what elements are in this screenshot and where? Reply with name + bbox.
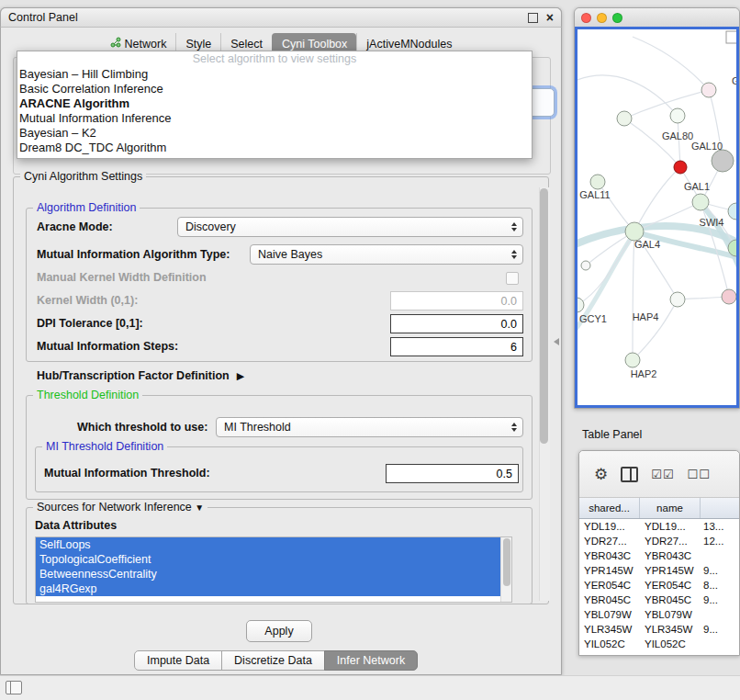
table-panel-window: ⚙ ☑☑ ☐☐ shared... name YDL19...YDL19...1… <box>578 450 740 656</box>
sources-title-text: Sources for Network Inference <box>37 501 192 514</box>
network-node[interactable] <box>722 289 736 304</box>
dropdown-item-mutual-information[interactable]: Mutual Information Inference <box>17 111 532 126</box>
tab-label: Cyni Toolbox <box>282 38 347 51</box>
network-node[interactable] <box>581 261 590 270</box>
network-node-large[interactable] <box>712 150 734 172</box>
network-node-gcy1[interactable] <box>577 298 584 312</box>
tab-impute-data[interactable]: Impute Data <box>134 650 222 671</box>
hub-section-label: Hub/Transcription Factor Definition <box>37 366 230 386</box>
cyni-settings-group-title: Cyni Algorithm Settings <box>20 170 146 183</box>
mi-steps-field[interactable] <box>390 337 523 356</box>
hub-section-toggle[interactable]: Hub/Transcription Factor Definition ▶ <box>37 366 244 386</box>
table-row[interactable]: YBL079WYBL079W <box>579 607 739 622</box>
float-panel-icon[interactable] <box>528 13 538 23</box>
birdseye-view-box[interactable] <box>726 31 738 43</box>
list-scrollbar[interactable] <box>500 537 511 602</box>
node-label-gal80: GAL80 <box>662 130 693 141</box>
column-header-shared-name[interactable]: shared... <box>579 498 640 518</box>
network-node-gal4[interactable] <box>625 222 644 241</box>
table-row[interactable]: YLR345WYLR345W9... <box>579 622 739 637</box>
network-node[interactable] <box>617 111 632 126</box>
node-label-gcy1: GCY1 <box>579 313 607 324</box>
network-graph[interactable]: GAL7 GAL80 GAL10 GAL11 GAL1 SWI4 GAL4 GC… <box>577 29 738 407</box>
tab-label: jActiveMNodules <box>366 38 452 51</box>
table-row[interactable]: YBR043CYBR043C <box>579 548 739 563</box>
dropdown-item-aracne[interactable]: ARACNE Algorithm <box>17 96 532 111</box>
mi-threshold-field[interactable] <box>386 464 519 483</box>
list-item-betweennesscentrality[interactable]: BetweennessCentrality <box>36 567 504 581</box>
network-node-gal80[interactable] <box>670 108 685 123</box>
which-threshold-select[interactable]: MI Threshold <box>216 417 523 437</box>
network-node-gal1[interactable] <box>692 194 709 210</box>
splitter-collapse-handle[interactable] <box>554 338 559 345</box>
network-node-hap2[interactable] <box>625 353 640 367</box>
column-header-extra[interactable] <box>701 498 739 518</box>
column-header-name[interactable]: name <box>640 498 701 518</box>
dropdown-placeholder: Select algorithm to view settings <box>17 51 532 67</box>
dropdown-item-bayesian-k2[interactable]: Bayesian – K2 <box>17 126 532 141</box>
zoom-window-button[interactable] <box>612 13 622 23</box>
table-row[interactable]: YBR045CYBR045C9... <box>579 593 739 607</box>
dpi-tolerance-field[interactable] <box>390 314 523 333</box>
table-row[interactable]: YDR27...YDR27...12... <box>579 534 739 548</box>
deselect-all-checkboxes-icon[interactable]: ☐☐ <box>688 467 711 482</box>
table-row[interactable]: YER054CYER054C8... <box>579 578 739 593</box>
table-row[interactable]: YPR145WYPR145W9... <box>579 563 739 578</box>
select-all-checkboxes-icon[interactable]: ☑☑ <box>651 467 674 482</box>
combo-arrows-icon <box>511 250 517 259</box>
network-node[interactable] <box>701 83 716 97</box>
table-row[interactable]: YDL19...YDL19...13... <box>579 519 739 534</box>
mi-algorithm-type-label: Mutual Information Algorithm Type: <box>37 244 230 265</box>
network-node-gal10-highlighted[interactable] <box>674 161 687 174</box>
mi-algorithm-type-value: Naive Bayes <box>258 248 322 261</box>
node-label-swi4: SWI4 <box>700 217 724 228</box>
sources-group-title[interactable]: Sources for Network Inference ▼ <box>33 501 207 514</box>
algorithm-dropdown-list: Select algorithm to view settings Bayesi… <box>17 51 533 159</box>
combo-arrows-icon <box>511 222 517 231</box>
dpi-tolerance-label: DPI Tolerance [0,1]: <box>37 313 143 333</box>
kernel-width-field[interactable] <box>390 291 523 310</box>
settings-gear-icon[interactable]: ⚙ <box>594 467 608 482</box>
bottom-status-strip <box>0 675 740 700</box>
mi-algorithm-type-select[interactable]: Naive Bayes <box>250 244 523 265</box>
table-row[interactable]: YIL052CYIL052C <box>579 637 739 651</box>
dropdown-item-bayesian-hill-climbing[interactable]: Bayesian – Hill Climbing <box>17 67 532 82</box>
table-header-row: shared... name <box>579 498 739 519</box>
settings-scrollbar-thumb[interactable] <box>540 188 548 444</box>
list-item-selfloops[interactable]: SelfLoops <box>36 537 504 552</box>
aracne-mode-select[interactable]: Discovery <box>177 217 523 237</box>
show-panel-icon[interactable] <box>6 681 22 694</box>
combo-arrows-icon <box>511 423 517 432</box>
apply-button[interactable]: Apply <box>246 620 312 642</box>
node-label-gal1: GAL1 <box>684 181 710 192</box>
node-label-gal10: GAL10 <box>691 141 723 152</box>
network-node-hap4[interactable] <box>670 292 685 307</box>
network-tab-icon <box>110 37 121 51</box>
table-toolbar: ⚙ ☑☑ ☐☐ <box>579 451 739 498</box>
control-panel-titlebar: Control Panel × <box>0 7 562 28</box>
tab-label: Network <box>125 38 167 51</box>
network-canvas[interactable]: GAL7 GAL80 GAL10 GAL11 GAL1 SWI4 GAL4 GC… <box>575 27 739 408</box>
node-label-gal4: GAL4 <box>634 239 660 250</box>
algorithm-definition-title: Algorithm Definition <box>33 201 140 214</box>
network-view-window: GAL7 GAL80 GAL10 GAL11 GAL1 SWI4 GAL4 GC… <box>574 7 740 409</box>
list-item-gal4rgexp[interactable]: gal4RGexp <box>36 581 504 596</box>
network-node-swi4[interactable] <box>728 203 738 220</box>
list-item-topologicalcoefficient[interactable]: TopologicalCoefficient <box>36 552 504 567</box>
column-selector-icon[interactable] <box>621 467 638 482</box>
dropdown-item-basic-correlation[interactable]: Basic Correlation Inference <box>17 82 532 96</box>
minimize-window-button[interactable] <box>597 13 607 23</box>
dropdown-item-dream8[interactable]: Dream8 DC_TDC Algorithm <box>17 141 532 155</box>
tab-infer-network[interactable]: Infer Network <box>324 650 418 671</box>
node-label-gal7: GAL7 <box>732 75 738 86</box>
close-panel-icon[interactable]: × <box>546 12 554 23</box>
node-label-gal11: GAL11 <box>579 189 610 200</box>
manual-kernel-checkbox[interactable] <box>506 272 519 285</box>
aracne-mode-value: Discovery <box>185 220 236 233</box>
tab-discretize-data[interactable]: Discretize Data <box>221 650 325 671</box>
network-node-gal11[interactable] <box>590 175 605 189</box>
list-scrollbar-thumb[interactable] <box>503 538 510 586</box>
close-window-button[interactable] <box>581 13 591 23</box>
kernel-width-label: Kernel Width (0,1): <box>37 290 138 310</box>
mi-threshold-group-title: MI Threshold Definition <box>42 440 167 453</box>
